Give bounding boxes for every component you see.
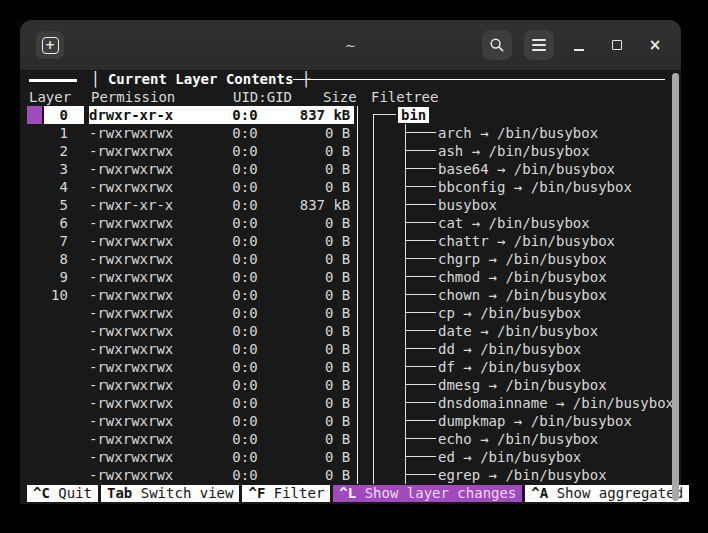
statusbar: ^C QuitTab Switch view^F Filter^L Show l… (27, 485, 681, 502)
symlink-target: → /bin/busybox (472, 431, 598, 447)
table-row[interactable]: 0 drwxr-xr-x 0:0 837 kB bin (27, 106, 681, 124)
symlink-target: → /bin/busybox (480, 251, 606, 267)
file-name: bbconfig (438, 179, 505, 195)
table-row[interactable]: 4 -rwxrwxrwx 0:0 0 B bbconfig → /bin/bus… (27, 178, 681, 196)
table-row[interactable]: -rwxrwxrwx 0:0 0 B cp → /bin/busybox (27, 304, 681, 322)
table-row[interactable]: 10 -rwxrwxrwx 0:0 0 B chown → /bin/busyb… (27, 286, 681, 304)
table-row[interactable]: -rwxrwxrwx 0:0 0 B ed → /bin/busybox (27, 448, 681, 466)
table-row[interactable]: 9 -rwxrwxrwx 0:0 0 B chmod → /bin/busybo… (27, 268, 681, 286)
panel-border-line (293, 79, 665, 80)
cursor-gutter (27, 430, 42, 448)
layer-cell (44, 394, 84, 412)
cursor-gutter (27, 412, 42, 430)
cursor-gutter (27, 160, 42, 178)
tree-entry: base64 → /bin/busybox (438, 160, 615, 178)
table-row[interactable]: -rwxrwxrwx 0:0 0 B echo → /bin/busybox (27, 430, 681, 448)
layer-cell (44, 448, 84, 466)
scrollbar[interactable] (672, 73, 679, 501)
minimize-button[interactable] (566, 30, 592, 60)
cursor-gutter (27, 376, 42, 394)
file-name: dd (438, 341, 455, 357)
tree-branch-line (405, 132, 436, 133)
statusbar-item[interactable]: Tab Switch view (101, 485, 239, 502)
table-row[interactable]: -rwxrwxrwx 0:0 0 B dd → /bin/busybox (27, 340, 681, 358)
tree-entry: dnsdomainname → /bin/busybox (438, 394, 674, 412)
tree-branch-line (405, 258, 436, 259)
file-attrs-cell: -rwxrwxrwx 0:0 0 B (89, 160, 350, 178)
file-name: dnsdomainname (438, 395, 548, 411)
symlink-target: → /bin/busybox (455, 359, 581, 375)
menu-button[interactable] (524, 30, 554, 60)
maximize-icon (612, 40, 622, 50)
table-row[interactable]: -rwxrwxrwx 0:0 0 B date → /bin/busybox (27, 322, 681, 340)
layer-cell: 8 (44, 250, 84, 268)
tree-entry: ed → /bin/busybox (438, 448, 581, 466)
symlink-target: → /bin/busybox (489, 161, 615, 177)
file-attrs-cell: -rwxrwxrwx 0:0 0 B (89, 286, 350, 304)
file-name: chown (438, 287, 480, 303)
titlebar: + ~ × (20, 20, 681, 71)
symlink-target: → /bin/busybox (455, 341, 581, 357)
cursor-gutter (27, 268, 42, 286)
tree-entry: bbconfig → /bin/busybox (438, 178, 632, 196)
close-button[interactable]: × (642, 30, 668, 60)
layer-cell: 9 (44, 268, 84, 286)
maximize-button[interactable] (604, 30, 630, 60)
tree-branch-line (405, 330, 436, 331)
statusbar-item[interactable]: ^F Filter (242, 485, 330, 502)
table-row[interactable]: -rwxrwxrwx 0:0 0 B dmesg → /bin/busybox (27, 376, 681, 394)
table-row[interactable]: -rwxrwxrwx 0:0 0 B dnsdomainname → /bin/… (27, 394, 681, 412)
table-row[interactable]: 1 -rwxrwxrwx 0:0 0 B arch → /bin/busybox (27, 124, 681, 142)
cursor-gutter (27, 394, 42, 412)
tree-entry: dumpkmap → /bin/busybox (438, 412, 632, 430)
layer-cell (44, 322, 84, 340)
key-binding: Tab (107, 485, 132, 501)
key-binding: ^L (339, 485, 356, 501)
file-name: egrep (438, 467, 480, 483)
table-row[interactable]: 5 -rwxr-xr-x 0:0 837 kB busybox (27, 196, 681, 214)
tree-branch-line (405, 384, 436, 385)
table-row[interactable]: 6 -rwxrwxrwx 0:0 0 B cat → /bin/busybox (27, 214, 681, 232)
cursor-gutter (27, 250, 42, 268)
column-headers: Layer Permission UID:GID Size Filetree (27, 88, 681, 106)
panel-header: │ Current Layer Contents ├ (27, 71, 681, 88)
search-button[interactable] (482, 30, 512, 60)
cursor-gutter (27, 178, 42, 196)
file-name: arch (438, 125, 472, 141)
table-row[interactable]: 7 -rwxrwxrwx 0:0 0 B chattr → /bin/busyb… (27, 232, 681, 250)
statusbar-item[interactable]: ^A Show aggregated (525, 485, 689, 502)
tree-branch-line (405, 438, 436, 439)
symlink-target: → /bin/busybox (505, 179, 631, 195)
tree-entry: chattr → /bin/busybox (438, 232, 615, 250)
file-rows: 0 drwxr-xr-x 0:0 837 kB bin 1 -rwxrwxrwx… (27, 106, 681, 484)
table-row[interactable]: 8 -rwxrwxrwx 0:0 0 B chgrp → /bin/busybo… (27, 250, 681, 268)
tree-branch-line (405, 294, 436, 295)
table-row[interactable]: -rwxrwxrwx 0:0 0 B dumpkmap → /bin/busyb… (27, 412, 681, 430)
statusbar-item[interactable]: ^L Show layer changes (333, 485, 522, 502)
table-row[interactable]: 2 -rwxrwxrwx 0:0 0 B ash → /bin/busybox (27, 142, 681, 160)
tree-entry: chmod → /bin/busybox (438, 268, 607, 286)
layer-cell (44, 430, 84, 448)
file-attrs-cell: -rwxrwxrwx 0:0 0 B (89, 178, 350, 196)
file-attrs-cell: -rwxrwxrwx 0:0 0 B (89, 466, 350, 484)
file-name: dumpkmap (438, 413, 505, 429)
close-icon: × (649, 38, 662, 53)
symlink-target: → /bin/busybox (548, 395, 674, 411)
table-row[interactable]: -rwxrwxrwx 0:0 0 B df → /bin/busybox (27, 358, 681, 376)
table-row[interactable]: -rwxrwxrwx 0:0 0 B egrep → /bin/busybox (27, 466, 681, 484)
layer-cell: 3 (44, 160, 84, 178)
panel-title: │ Current Layer Contents ├ (91, 71, 310, 88)
layer-cell: 5 (44, 196, 84, 214)
layer-cell: 6 (44, 214, 84, 232)
tree-entry: bin (398, 106, 429, 124)
terminal-content: │ Current Layer Contents ├ Layer Permiss… (20, 71, 681, 504)
cursor-gutter (27, 304, 42, 322)
new-tab-button[interactable]: + (36, 31, 64, 59)
table-row[interactable]: 3 -rwxrwxrwx 0:0 0 B base64 → /bin/busyb… (27, 160, 681, 178)
file-attrs-cell: -rwxrwxrwx 0:0 0 B (89, 412, 350, 430)
titlebar-left: + (36, 31, 64, 59)
search-icon (489, 37, 505, 53)
tree-entry: chown → /bin/busybox (438, 286, 607, 304)
tree-entry: egrep → /bin/busybox (438, 466, 607, 484)
tree-entry: echo → /bin/busybox (438, 430, 598, 448)
